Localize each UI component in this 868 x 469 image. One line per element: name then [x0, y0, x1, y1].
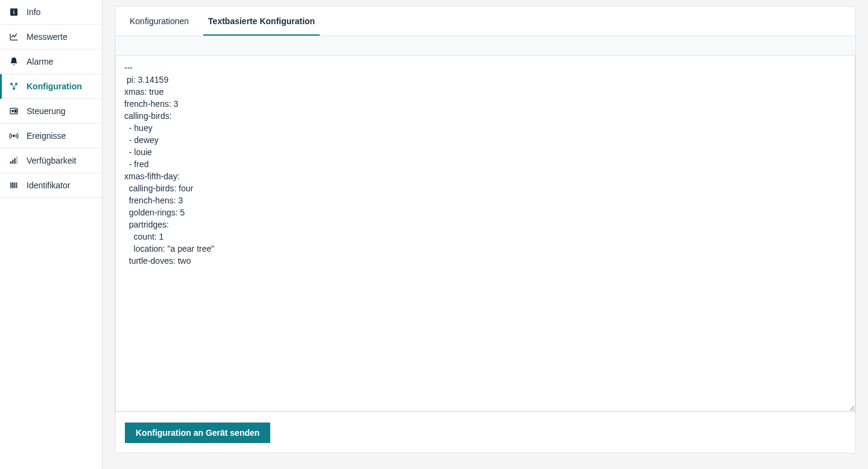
svg-rect-16 — [11, 182, 12, 188]
chart-line-icon — [8, 31, 19, 42]
svg-rect-21 — [16, 182, 17, 188]
sidebar-item-verfuegbarkeit[interactable]: Verfügbarkeit — [0, 148, 102, 173]
sidebar-item-konfiguration[interactable]: Konfiguration — [0, 74, 102, 99]
svg-point-7 — [12, 110, 14, 112]
sidebar-item-alarme[interactable]: Alarme — [0, 49, 102, 74]
svg-rect-15 — [10, 182, 11, 188]
tab-konfigurationen[interactable]: Konfigurationen — [125, 7, 194, 36]
main-content: Konfigurationen Textbasierte Konfigurati… — [103, 0, 868, 469]
svg-rect-8 — [14, 110, 16, 110]
sidebar-item-label: Info — [27, 7, 40, 17]
svg-rect-1 — [13, 11, 14, 14]
settings-nodes-icon — [8, 81, 19, 92]
sidebar: Info Messwerte Alarme Konfiguration Steu — [0, 0, 103, 469]
card-actions: Konfiguration an Gerät senden — [115, 414, 855, 453]
sidebar-item-label: Identifikator — [27, 180, 70, 190]
bars-signal-icon — [8, 155, 19, 166]
sidebar-item-label: Messwerte — [27, 32, 68, 42]
svg-rect-12 — [12, 160, 13, 164]
barcode-icon — [8, 180, 19, 191]
sidebar-item-label: Ereignisse — [27, 131, 66, 141]
sidebar-item-identifikator[interactable]: Identifikator — [0, 173, 102, 198]
svg-rect-19 — [14, 182, 15, 188]
broadcast-icon — [8, 130, 19, 141]
svg-rect-17 — [12, 182, 13, 188]
config-text-editor[interactable] — [116, 56, 855, 412]
sidebar-item-label: Verfügbarkeit — [27, 156, 77, 165]
config-card: Konfigurationen Textbasierte Konfigurati… — [115, 6, 856, 453]
svg-point-10 — [13, 135, 15, 137]
svg-rect-14 — [16, 156, 17, 164]
svg-rect-13 — [14, 158, 16, 164]
info-box-icon — [8, 7, 19, 18]
tab-textbasierte-konfiguration[interactable]: Textbasierte Konfiguration — [203, 7, 320, 36]
svg-rect-9 — [14, 112, 16, 112]
tabs: Konfigurationen Textbasierte Konfigurati… — [115, 7, 855, 36]
bell-icon — [8, 56, 19, 67]
sidebar-item-ereignisse[interactable]: Ereignisse — [0, 124, 102, 148]
sidebar-item-label: Steuerung — [27, 106, 66, 116]
control-panel-icon — [8, 106, 19, 116]
sidebar-item-info[interactable]: Info — [0, 0, 102, 25]
svg-rect-2 — [13, 10, 14, 10]
send-config-button[interactable]: Konfiguration an Gerät senden — [125, 423, 270, 443]
svg-point-5 — [13, 88, 15, 90]
svg-rect-11 — [10, 161, 11, 164]
sidebar-item-steuerung[interactable]: Steuerung — [0, 99, 102, 124]
svg-rect-18 — [13, 182, 14, 188]
card-subheader — [115, 36, 855, 56]
sidebar-item-label: Konfiguration — [27, 81, 82, 91]
sidebar-item-label: Alarme — [27, 57, 53, 66]
sidebar-item-messwerte[interactable]: Messwerte — [0, 25, 102, 49]
svg-rect-20 — [16, 182, 16, 188]
